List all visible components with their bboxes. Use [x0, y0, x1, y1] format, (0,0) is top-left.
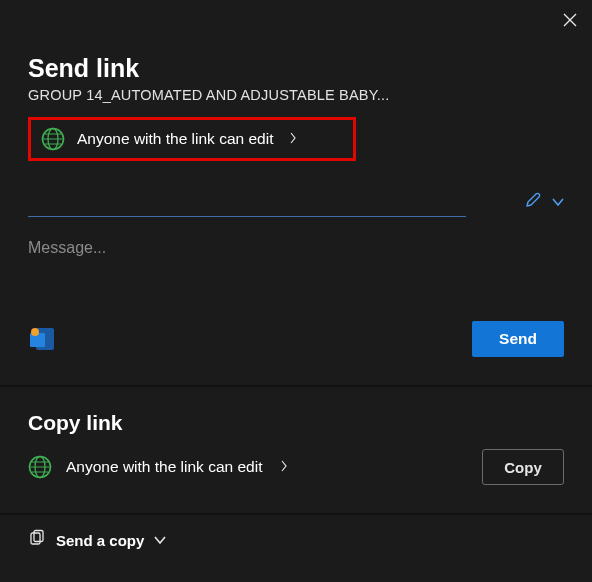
- copy-link-title: Copy link: [28, 411, 564, 435]
- permission-label: Anyone with the link can edit: [77, 130, 273, 148]
- svg-rect-4: [31, 533, 40, 544]
- link-permissions-selector[interactable]: Anyone with the link can edit: [28, 117, 356, 161]
- recipients-row: [0, 183, 592, 217]
- file-name: GROUP 14_AUTOMATED AND ADJUSTABLE BABY..…: [28, 87, 564, 103]
- message-section: [0, 217, 592, 257]
- attachment-icon: [28, 529, 46, 551]
- share-dialog: Send link GROUP 14_AUTOMATED AND ADJUSTA…: [0, 0, 592, 582]
- copy-button[interactable]: Copy: [482, 449, 564, 485]
- send-link-section: Send link GROUP 14_AUTOMATED AND ADJUSTA…: [0, 0, 592, 161]
- chevron-right-icon: [289, 130, 297, 148]
- recipients-input[interactable]: [28, 216, 466, 217]
- globe-icon: [41, 127, 65, 151]
- outlook-icon[interactable]: [28, 325, 56, 353]
- send-copy-label: Send a copy: [56, 532, 144, 549]
- close-icon: [563, 13, 577, 27]
- chevron-right-icon: [280, 458, 288, 476]
- copy-link-section: Copy link Anyone with the link can edit …: [0, 387, 592, 513]
- edit-pen-icon[interactable]: [524, 191, 542, 213]
- globe-icon: [28, 455, 52, 479]
- send-copy-row[interactable]: Send a copy: [0, 515, 592, 565]
- close-button[interactable]: [560, 10, 580, 30]
- chevron-down-icon: [154, 531, 166, 549]
- dialog-title: Send link: [28, 54, 564, 83]
- send-button[interactable]: Send: [472, 321, 564, 357]
- copy-link-permissions[interactable]: Anyone with the link can edit: [28, 455, 288, 479]
- message-input[interactable]: [28, 239, 564, 257]
- copy-permission-label: Anyone with the link can edit: [66, 458, 262, 476]
- svg-rect-5: [34, 531, 43, 542]
- edit-permission-dropdown[interactable]: [552, 193, 564, 211]
